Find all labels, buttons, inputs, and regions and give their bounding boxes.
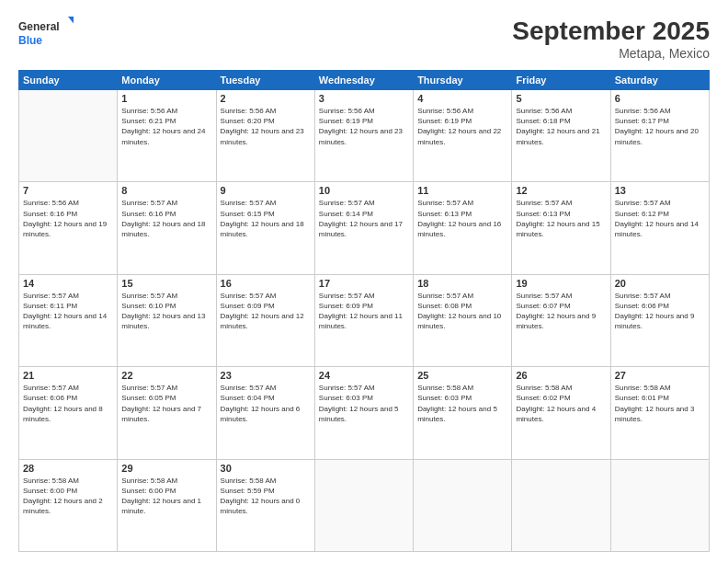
day-number: 7	[23, 185, 113, 196]
day-number: 21	[23, 370, 113, 381]
calendar-cell: 6 Sunrise: 5:56 AMSunset: 6:17 PMDayligh…	[610, 90, 709, 182]
day-number: 3	[319, 93, 409, 104]
day-number: 24	[319, 370, 409, 381]
day-number: 8	[121, 185, 211, 196]
day-info: Sunrise: 5:57 AMSunset: 6:07 PMDaylight:…	[516, 291, 606, 332]
calendar-cell	[414, 459, 512, 551]
header-tuesday: Tuesday	[216, 71, 314, 90]
header-saturday: Saturday	[610, 71, 709, 90]
calendar-cell	[610, 459, 709, 551]
day-info: Sunrise: 5:56 AMSunset: 6:19 PMDaylight:…	[417, 106, 507, 147]
day-number: 23	[221, 370, 311, 381]
calendar-cell: 19 Sunrise: 5:57 AMSunset: 6:07 PMDaylig…	[512, 274, 610, 366]
calendar-cell: 27 Sunrise: 5:58 AMSunset: 6:01 PMDaylig…	[610, 367, 709, 459]
header-sunday: Sunday	[19, 71, 118, 90]
calendar-subtitle: Metapa, Mexico	[512, 46, 710, 61]
calendar-cell	[314, 459, 413, 551]
day-info: Sunrise: 5:58 AMSunset: 6:02 PMDaylight:…	[516, 383, 606, 424]
day-number: 4	[417, 93, 507, 104]
day-info: Sunrise: 5:56 AMSunset: 6:19 PMDaylight:…	[319, 106, 409, 147]
calendar-table: Sunday Monday Tuesday Wednesday Thursday…	[18, 70, 710, 552]
calendar-cell: 26 Sunrise: 5:58 AMSunset: 6:02 PMDaylig…	[512, 367, 610, 459]
day-info: Sunrise: 5:57 AMSunset: 6:13 PMDaylight:…	[417, 198, 507, 239]
header: General Blue September 2025 Metapa, Mexi…	[18, 17, 710, 61]
day-info: Sunrise: 5:57 AMSunset: 6:13 PMDaylight:…	[516, 198, 606, 239]
calendar-cell	[512, 459, 610, 551]
calendar-week-row: 7 Sunrise: 5:56 AMSunset: 6:16 PMDayligh…	[19, 182, 710, 274]
day-info: Sunrise: 5:58 AMSunset: 6:00 PMDaylight:…	[121, 476, 211, 517]
day-info: Sunrise: 5:57 AMSunset: 6:08 PMDaylight:…	[417, 291, 507, 332]
day-number: 14	[23, 278, 113, 289]
day-number: 18	[417, 278, 507, 289]
day-number: 16	[221, 278, 311, 289]
page: General Blue September 2025 Metapa, Mexi…	[0, 0, 728, 563]
day-info: Sunrise: 5:58 AMSunset: 6:00 PMDaylight:…	[23, 476, 113, 517]
day-number: 15	[121, 278, 211, 289]
title-block: September 2025 Metapa, Mexico	[512, 17, 710, 61]
calendar-cell: 15 Sunrise: 5:57 AMSunset: 6:10 PMDaylig…	[118, 274, 216, 366]
calendar-cell: 7 Sunrise: 5:56 AMSunset: 6:16 PMDayligh…	[19, 182, 118, 274]
day-info: Sunrise: 5:57 AMSunset: 6:16 PMDaylight:…	[121, 198, 211, 239]
calendar-cell: 30 Sunrise: 5:58 AMSunset: 5:59 PMDaylig…	[216, 459, 314, 551]
calendar-cell: 16 Sunrise: 5:57 AMSunset: 6:09 PMDaylig…	[216, 274, 314, 366]
calendar-week-row: 1 Sunrise: 5:56 AMSunset: 6:21 PMDayligh…	[19, 90, 710, 182]
weekday-header-row: Sunday Monday Tuesday Wednesday Thursday…	[19, 71, 710, 90]
calendar-cell: 22 Sunrise: 5:57 AMSunset: 6:05 PMDaylig…	[118, 367, 216, 459]
calendar-cell: 14 Sunrise: 5:57 AMSunset: 6:11 PMDaylig…	[19, 274, 118, 366]
day-info: Sunrise: 5:57 AMSunset: 6:14 PMDaylight:…	[319, 198, 409, 239]
day-info: Sunrise: 5:57 AMSunset: 6:12 PMDaylight:…	[615, 198, 705, 239]
day-number: 11	[417, 185, 507, 196]
header-monday: Monday	[118, 71, 216, 90]
calendar-cell: 28 Sunrise: 5:58 AMSunset: 6:00 PMDaylig…	[19, 459, 118, 551]
day-info: Sunrise: 5:57 AMSunset: 6:15 PMDaylight:…	[221, 198, 311, 239]
day-info: Sunrise: 5:56 AMSunset: 6:17 PMDaylight:…	[615, 106, 705, 147]
day-number: 26	[516, 370, 606, 381]
day-number: 12	[516, 185, 606, 196]
calendar-cell: 11 Sunrise: 5:57 AMSunset: 6:13 PMDaylig…	[414, 182, 512, 274]
calendar-cell: 21 Sunrise: 5:57 AMSunset: 6:06 PMDaylig…	[19, 367, 118, 459]
svg-text:General: General	[18, 20, 60, 33]
day-number: 19	[516, 278, 606, 289]
day-number: 2	[221, 93, 311, 104]
day-info: Sunrise: 5:57 AMSunset: 6:06 PMDaylight:…	[615, 291, 705, 332]
header-wednesday: Wednesday	[314, 71, 413, 90]
day-info: Sunrise: 5:57 AMSunset: 6:09 PMDaylight:…	[221, 291, 311, 332]
logo-svg: General Blue	[18, 17, 74, 50]
calendar-cell: 23 Sunrise: 5:57 AMSunset: 6:04 PMDaylig…	[216, 367, 314, 459]
logo: General Blue	[18, 17, 74, 50]
day-number: 17	[319, 278, 409, 289]
day-number: 28	[23, 463, 113, 474]
header-friday: Friday	[512, 71, 610, 90]
calendar-cell: 13 Sunrise: 5:57 AMSunset: 6:12 PMDaylig…	[610, 182, 709, 274]
calendar-week-row: 28 Sunrise: 5:58 AMSunset: 6:00 PMDaylig…	[19, 459, 710, 551]
day-number: 13	[615, 185, 705, 196]
day-number: 1	[121, 93, 211, 104]
calendar-cell	[19, 90, 118, 182]
day-info: Sunrise: 5:57 AMSunset: 6:04 PMDaylight:…	[221, 383, 311, 424]
header-thursday: Thursday	[414, 71, 512, 90]
calendar-cell: 17 Sunrise: 5:57 AMSunset: 6:09 PMDaylig…	[314, 274, 413, 366]
day-info: Sunrise: 5:56 AMSunset: 6:18 PMDaylight:…	[516, 106, 606, 147]
calendar-week-row: 21 Sunrise: 5:57 AMSunset: 6:06 PMDaylig…	[19, 367, 710, 459]
calendar-cell: 10 Sunrise: 5:57 AMSunset: 6:14 PMDaylig…	[314, 182, 413, 274]
day-info: Sunrise: 5:56 AMSunset: 6:20 PMDaylight:…	[221, 106, 311, 147]
calendar-cell: 29 Sunrise: 5:58 AMSunset: 6:00 PMDaylig…	[118, 459, 216, 551]
day-number: 10	[319, 185, 409, 196]
calendar-cell: 18 Sunrise: 5:57 AMSunset: 6:08 PMDaylig…	[414, 274, 512, 366]
day-info: Sunrise: 5:57 AMSunset: 6:11 PMDaylight:…	[23, 291, 113, 332]
day-number: 27	[615, 370, 705, 381]
day-info: Sunrise: 5:57 AMSunset: 6:09 PMDaylight:…	[319, 291, 409, 332]
day-info: Sunrise: 5:56 AMSunset: 6:21 PMDaylight:…	[121, 106, 211, 147]
day-info: Sunrise: 5:57 AMSunset: 6:03 PMDaylight:…	[319, 383, 409, 424]
day-number: 9	[221, 185, 311, 196]
calendar-cell: 3 Sunrise: 5:56 AMSunset: 6:19 PMDayligh…	[314, 90, 413, 182]
day-info: Sunrise: 5:58 AMSunset: 6:01 PMDaylight:…	[615, 383, 705, 424]
day-number: 5	[516, 93, 606, 104]
day-info: Sunrise: 5:58 AMSunset: 5:59 PMDaylight:…	[221, 476, 311, 517]
day-info: Sunrise: 5:57 AMSunset: 6:10 PMDaylight:…	[121, 291, 211, 332]
svg-text:Blue: Blue	[18, 34, 42, 47]
day-info: Sunrise: 5:56 AMSunset: 6:16 PMDaylight:…	[23, 198, 113, 239]
calendar-cell: 4 Sunrise: 5:56 AMSunset: 6:19 PMDayligh…	[414, 90, 512, 182]
day-info: Sunrise: 5:58 AMSunset: 6:03 PMDaylight:…	[417, 383, 507, 424]
day-number: 25	[417, 370, 507, 381]
